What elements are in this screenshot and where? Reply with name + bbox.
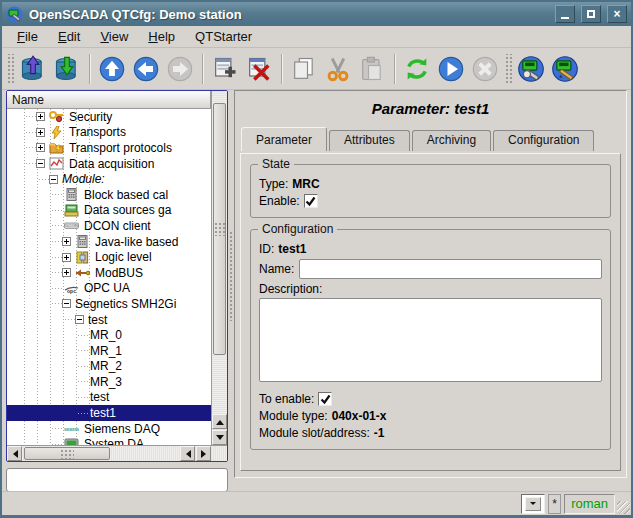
copy-item-button[interactable] bbox=[287, 52, 321, 86]
description-label-row: Description: bbox=[259, 282, 602, 296]
resize-grip[interactable] bbox=[617, 501, 630, 514]
menu-item-qtstarter[interactable]: QTStarter bbox=[186, 27, 261, 46]
toolbar-grip[interactable] bbox=[6, 54, 14, 84]
tree-search-input[interactable] bbox=[6, 468, 228, 492]
tree-item-mr-0[interactable]: MR_0 bbox=[7, 327, 211, 343]
tree-connector bbox=[78, 335, 88, 336]
menu-item-help[interactable]: Help bbox=[139, 27, 184, 46]
name-input[interactable] bbox=[299, 259, 602, 279]
tree-connector bbox=[78, 381, 88, 382]
menu-item-edit[interactable]: Edit bbox=[49, 27, 89, 46]
circle-stop-icon bbox=[471, 55, 499, 83]
tree-item-opc-ua[interactable]: opcOPC UA bbox=[7, 281, 211, 297]
collapse-minus-icon[interactable] bbox=[49, 175, 58, 184]
start-update-button[interactable] bbox=[434, 52, 468, 86]
grip-dots-icon bbox=[214, 222, 226, 236]
svg-text:SIEMENS: SIEMENS bbox=[64, 428, 79, 432]
tree-item-siemens-daq[interactable]: SIEMENSSiemens DAQ bbox=[7, 421, 211, 437]
statusbar: * roman bbox=[2, 491, 631, 515]
cut-item-button[interactable] bbox=[321, 52, 355, 86]
description-textarea[interactable] bbox=[259, 298, 602, 382]
qtcfg-starter-button[interactable] bbox=[514, 52, 548, 86]
tree-item-block-based-cal[interactable]: Block based cal bbox=[7, 187, 211, 203]
up-button[interactable] bbox=[95, 52, 129, 86]
tree-item-data-acquisition[interactable]: Data acquisition bbox=[7, 156, 211, 172]
tree-vscroll-down-button[interactable] bbox=[212, 430, 227, 445]
tree-hscroll-left-button[interactable] bbox=[7, 446, 22, 461]
chevron-down-icon bbox=[530, 502, 536, 508]
tree-item-system-da[interactable]: System DA bbox=[7, 436, 211, 445]
tree-item-mr-1[interactable]: MR_1 bbox=[7, 343, 211, 359]
back-button[interactable] bbox=[129, 52, 163, 86]
tree-hscroll-right-button[interactable] bbox=[196, 446, 211, 461]
tab-attributes[interactable]: Attributes bbox=[329, 130, 410, 151]
tab-configuration[interactable]: Configuration bbox=[493, 130, 594, 151]
expand-plus-icon[interactable] bbox=[36, 112, 45, 121]
stop-update-button[interactable] bbox=[468, 52, 502, 86]
tree-hscrollbar[interactable] bbox=[7, 445, 227, 461]
add-item-button[interactable] bbox=[208, 52, 242, 86]
collapse-minus-icon[interactable] bbox=[75, 315, 84, 324]
tree-item-mr-3[interactable]: MR_3 bbox=[7, 374, 211, 390]
to-enable-checkbox[interactable] bbox=[318, 392, 332, 406]
expand-plus-icon[interactable] bbox=[62, 268, 71, 277]
tree-header[interactable]: Name bbox=[7, 91, 211, 109]
tree-item-mr-2[interactable]: MR_2 bbox=[7, 359, 211, 375]
tree-connector bbox=[26, 132, 36, 133]
tree-item-security[interactable]: Security bbox=[7, 109, 211, 125]
tree-item-logic-level[interactable]: Logic level bbox=[7, 249, 211, 265]
tab-archiving[interactable]: Archiving bbox=[412, 130, 491, 151]
status-user-badge[interactable]: roman bbox=[564, 494, 615, 514]
tree-hscroll-left2-button[interactable] bbox=[180, 446, 195, 461]
tree-item-segnetics-smh2gi[interactable]: Segnetics SMH2Gi bbox=[7, 296, 211, 312]
collapse-minus-icon[interactable] bbox=[36, 159, 45, 168]
tree-vscroll-up2-button[interactable] bbox=[212, 414, 227, 429]
tree-item-java-like-based[interactable]: Java-like based bbox=[7, 234, 211, 250]
tree-vscroll-slider[interactable] bbox=[213, 103, 226, 355]
titlebar[interactable]: OpenSCADA QTCfg: Demo station × bbox=[2, 2, 631, 26]
status-dropdown-button[interactable] bbox=[525, 497, 541, 511]
circle-play-icon bbox=[437, 55, 465, 83]
refresh-button[interactable] bbox=[400, 52, 434, 86]
state-group-legend: State bbox=[258, 157, 294, 171]
expand-plus-icon[interactable] bbox=[62, 237, 71, 246]
tree-item-test[interactable]: test bbox=[7, 312, 211, 328]
forward-button[interactable] bbox=[163, 52, 197, 86]
configuration-group: Configuration ID: test1 Name: Descriptio… bbox=[250, 229, 611, 450]
expand-plus-icon[interactable] bbox=[36, 128, 45, 137]
type-label: Type: bbox=[259, 177, 288, 191]
calc-icon bbox=[64, 188, 79, 201]
paste-item-button[interactable] bbox=[355, 52, 389, 86]
minimize-button[interactable] bbox=[555, 5, 575, 23]
maximize-button[interactable] bbox=[581, 5, 601, 23]
close-button[interactable]: × bbox=[607, 5, 627, 23]
enable-checkbox[interactable] bbox=[304, 194, 318, 208]
status-dropdown[interactable] bbox=[521, 494, 545, 514]
tree-item-modbus[interactable]: ModBUS bbox=[7, 265, 211, 281]
load-from-db-button[interactable] bbox=[16, 52, 50, 86]
minimize-icon bbox=[561, 17, 569, 19]
expand-plus-icon[interactable] bbox=[36, 143, 45, 152]
expand-plus-icon[interactable] bbox=[62, 253, 71, 262]
tree-hscroll-slider[interactable] bbox=[24, 447, 110, 460]
save-to-db-button[interactable] bbox=[50, 52, 84, 86]
collapse-minus-icon[interactable] bbox=[62, 299, 71, 308]
menu-item-file[interactable]: File bbox=[8, 27, 47, 46]
delete-item-button[interactable] bbox=[242, 52, 276, 86]
tree-item-test[interactable]: test bbox=[7, 390, 211, 406]
tree-item-transports[interactable]: Transports bbox=[7, 125, 211, 141]
tree-item-test1[interactable]: test1 bbox=[7, 405, 211, 421]
logic-icon bbox=[75, 251, 90, 264]
tree-item-transport-protocols[interactable]: Transport protocols bbox=[7, 140, 211, 156]
tree-item-data-sources-ga[interactable]: Data sources ga bbox=[7, 203, 211, 219]
tree-item-dcon-client[interactable]: DCONDCON client bbox=[7, 218, 211, 234]
vision-starter-button[interactable] bbox=[548, 52, 582, 86]
tab-parameter[interactable]: Parameter bbox=[241, 127, 327, 151]
status-modified-indicator[interactable]: * bbox=[548, 494, 561, 514]
menu-item-view[interactable]: View bbox=[91, 27, 137, 46]
lightning-icon bbox=[49, 126, 64, 139]
tree-item-module-[interactable]: Module: bbox=[7, 171, 211, 187]
toolbar-grip[interactable] bbox=[504, 54, 512, 84]
splitter-grip-icon bbox=[229, 231, 233, 321]
tree-vscrollbar[interactable] bbox=[211, 91, 227, 445]
